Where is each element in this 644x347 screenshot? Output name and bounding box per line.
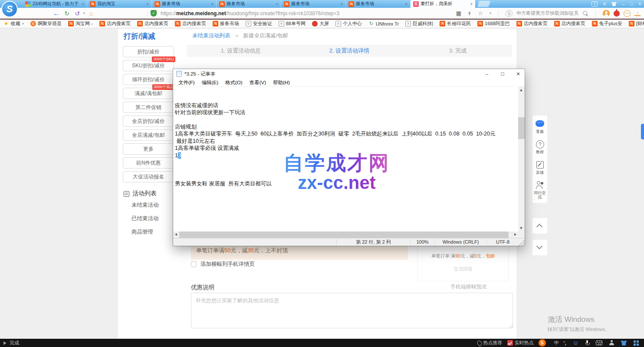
bookmark-item[interactable]: 店内搜索页 bbox=[99, 20, 131, 27]
bookmark-item[interactable]: 店内搜索页 bbox=[137, 20, 168, 27]
menu-icon[interactable] bbox=[603, 0, 606, 8]
undo-icon[interactable] bbox=[72, 8, 82, 19]
lightning-icon[interactable] bbox=[468, 11, 471, 16]
notepad-menu-item[interactable]: 编辑(E) bbox=[198, 79, 222, 86]
float-toolbar-item[interactable]: 同行交流 bbox=[532, 180, 547, 199]
sidebar-activity-button[interactable]: 满减/满包邮 3000个商品 bbox=[123, 88, 174, 99]
bookmark-item[interactable]: 店内搜索页 bbox=[554, 20, 585, 27]
qr-code-icon[interactable] bbox=[453, 8, 464, 19]
tab-close-icon[interactable] bbox=[146, 2, 149, 7]
notepad-menu-item[interactable]: 查看(V) bbox=[246, 79, 269, 86]
tab-close-icon[interactable] bbox=[82, 2, 84, 7]
scroll-down-button[interactable] bbox=[532, 240, 547, 255]
apple-extension-icon[interactable] bbox=[614, 10, 620, 17]
tab-close-icon[interactable] bbox=[211, 2, 214, 7]
bookmark-item[interactable]: 服务市场 bbox=[213, 20, 239, 27]
sidebar-activity-button[interactable]: 全店折扣/减价 bbox=[123, 116, 174, 127]
notepad-minimize-icon[interactable] bbox=[480, 69, 493, 79]
address-bar[interactable]: https://meizhe.meideng.net/huodong/fmjs-… bbox=[161, 10, 339, 17]
bookmark-item[interactable]: 店内搜索页 bbox=[175, 20, 206, 27]
back-icon[interactable] bbox=[51, 8, 62, 19]
taskbar-tray-item[interactable] bbox=[596, 340, 604, 345]
new-tab-button[interactable] bbox=[477, 1, 491, 7]
home-icon[interactable] bbox=[86, 8, 96, 19]
bookmark-item[interactable]: 长袖印花民 bbox=[440, 20, 471, 27]
browser-tab[interactable]: 服务市场 bbox=[152, 0, 217, 8]
minimize-icon[interactable] bbox=[622, 0, 624, 8]
dropdown-caret-icon[interactable] bbox=[490, 11, 491, 15]
tab-close-icon[interactable] bbox=[405, 2, 407, 7]
sidebar-activity-button[interactable]: 第二件促销 bbox=[123, 102, 174, 113]
float-toolbar-item[interactable]: 教程 bbox=[532, 139, 547, 154]
browser-tab[interactable]: 服务市场 bbox=[217, 0, 281, 8]
browser-tab[interactable]: 要打折，用美折 bbox=[411, 0, 475, 8]
bookmark-item[interactable]: 大屏 bbox=[312, 20, 329, 27]
bookmark-item[interactable]: 啊聚穿搭是 bbox=[30, 20, 62, 27]
sidebar-activity-button[interactable]: 全店满减/包邮 bbox=[123, 129, 174, 141]
taskbar-tray-item[interactable] bbox=[539, 339, 548, 347]
taskbar-tray-item[interactable]: 中 bbox=[552, 340, 559, 346]
taskbar-tray-item[interactable]: 实时热点 bbox=[507, 340, 534, 346]
bookmark-item[interactable]: 巨威科技| bbox=[405, 20, 433, 27]
window-resize-grip[interactable] bbox=[519, 238, 525, 246]
scrollbar-left-arrow-icon[interactable] bbox=[175, 233, 177, 236]
sidebar-link[interactable]: 已结束活动 bbox=[131, 215, 159, 222]
taskbar-tray-item[interactable] bbox=[564, 340, 568, 346]
scrollbar-down-arrow-icon[interactable] bbox=[520, 227, 522, 229]
coupon-note-input[interactable] bbox=[191, 293, 513, 328]
browser-tab[interactable]: 我的淘宝 bbox=[87, 0, 152, 8]
sidebar-activity-button[interactable]: 循环折扣/减价 bbox=[123, 74, 174, 85]
taskbar-tray-item[interactable]: 热点推荐 bbox=[477, 340, 503, 346]
taskbar-tray-item[interactable] bbox=[634, 340, 641, 346]
vertical-scroll-thumb[interactable] bbox=[518, 117, 525, 139]
taskbar-left[interactable]: 完成 bbox=[0, 340, 19, 346]
bookmark-item[interactable]: [财阀千金 bbox=[629, 20, 644, 27]
scrollbar-up-arrow-icon[interactable] bbox=[520, 89, 522, 91]
notepad-close-icon[interactable] bbox=[512, 69, 525, 79]
add-banner-checkbox[interactable] bbox=[191, 261, 197, 267]
sidebar-activity-button[interactable]: 更多 bbox=[123, 143, 174, 155]
browser-tab[interactable]: 2345网址导航 - 致力于 bbox=[23, 0, 87, 8]
speed-mode-badge[interactable]: 7 bbox=[591, 1, 598, 7]
hot-search-text[interactable]: 中方希望美方尽快取消加征关 bbox=[516, 10, 578, 17]
bookmark-item[interactable]: 88单号网 bbox=[279, 20, 306, 27]
notepad-vertical-scrollbar[interactable] bbox=[518, 87, 525, 231]
sidebar-activity-button[interactable]: 折扣/减价 bbox=[123, 46, 174, 57]
user-avatar[interactable] bbox=[603, 10, 610, 17]
bookmark-item[interactable]: 个人中心 bbox=[335, 20, 362, 27]
sogou-browser-logo[interactable] bbox=[1, 1, 18, 17]
undo-dropdown-icon[interactable] bbox=[82, 8, 86, 19]
scroll-up-button[interactable] bbox=[532, 218, 547, 234]
browser-tab[interactable]: 服务市场 bbox=[346, 0, 411, 8]
bookmark-item[interactable]: 兔子plus安 bbox=[592, 20, 622, 27]
tab-close-icon[interactable] bbox=[340, 2, 343, 7]
sidebar-link[interactable]: 未结束活动 bbox=[131, 202, 159, 209]
favorite-star-icon[interactable] bbox=[475, 8, 486, 19]
notepad-menu-item[interactable]: 格式(O) bbox=[222, 79, 246, 86]
maximize-icon[interactable] bbox=[630, 0, 633, 8]
float-toolbar-item[interactable]: 反馈 bbox=[532, 160, 547, 175]
scrollbar-right-arrow-icon[interactable] bbox=[514, 233, 516, 236]
bookmark-item[interactable]: UNforex Tr bbox=[368, 21, 399, 26]
sidebar-activity-button[interactable]: 大促活动报名 bbox=[123, 171, 174, 182]
bookmark-item[interactable]: 1688阿里巴 bbox=[477, 20, 509, 27]
search-icon[interactable] bbox=[582, 10, 588, 17]
tab-close-icon[interactable] bbox=[276, 2, 278, 7]
skin-icon[interactable] bbox=[611, 2, 617, 6]
taskbar-tray-item[interactable] bbox=[585, 340, 591, 346]
breadcrumb-link[interactable]: 未结束活动列表 bbox=[192, 33, 230, 39]
refresh-icon[interactable] bbox=[62, 8, 72, 19]
sogou-search-icon[interactable] bbox=[506, 10, 513, 17]
secure-shield-icon[interactable] bbox=[151, 10, 157, 17]
bookmark-item[interactable]: 安全验证 bbox=[246, 20, 272, 27]
notepad-menu-item[interactable]: 帮助(H) bbox=[269, 79, 293, 86]
notepad-menu-item[interactable]: 文件(F) bbox=[175, 79, 198, 86]
taskbar-tray-item[interactable] bbox=[573, 340, 580, 346]
bookmark-item[interactable]: 淘宝网 - bbox=[68, 20, 93, 27]
edge-side-handle[interactable] bbox=[641, 124, 644, 139]
taskbar-tray-item[interactable] bbox=[609, 340, 616, 346]
notepad-maximize-icon[interactable] bbox=[496, 69, 509, 79]
bookmark-item[interactable]: 店内搜索页 bbox=[516, 20, 548, 27]
close-icon[interactable] bbox=[638, 0, 641, 8]
notepad-text-area[interactable]: 疫情没有减缓的话 针对当前的现状更新一下玩法 店铺规划 1高客单大类目破零开车 … bbox=[173, 87, 518, 231]
